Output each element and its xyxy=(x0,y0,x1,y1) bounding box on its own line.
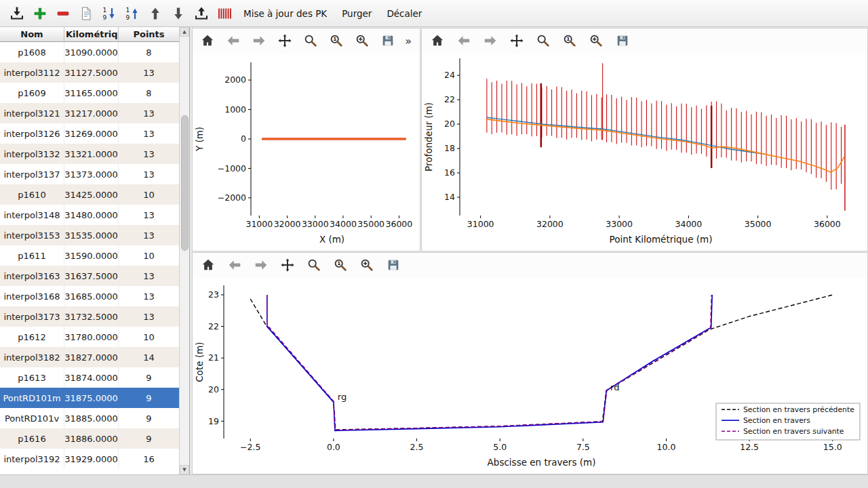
forward-button[interactable] xyxy=(251,32,268,49)
table-row[interactable]: PontRD101v31885.00009 xyxy=(0,408,180,428)
menu-decaler[interactable]: Décaler xyxy=(380,5,428,22)
pk-markers-button[interactable] xyxy=(214,3,235,24)
edit-button[interactable] xyxy=(76,3,96,24)
row-name: interpol3126 xyxy=(0,123,64,144)
table-row[interactable]: interpol311231127.500013 xyxy=(0,62,180,83)
table-row[interactable]: interpol313231321.000013 xyxy=(0,144,180,164)
row-points: 9 xyxy=(119,408,180,428)
table-row[interactable]: interpol312631269.000013 xyxy=(0,123,180,144)
plan-view-panel: 1» −2000−1000010002000310003200033000340… xyxy=(192,28,420,251)
row-points: 16 xyxy=(119,449,180,469)
zoom-one-button[interactable]: 1 xyxy=(328,32,345,49)
svg-text:5.0: 5.0 xyxy=(493,442,507,452)
zoom-plus-button[interactable] xyxy=(358,256,376,274)
back-button[interactable] xyxy=(225,32,242,49)
column-header-nom[interactable]: Nom xyxy=(0,27,64,41)
svg-text:1: 1 xyxy=(333,36,336,42)
svg-text:21: 21 xyxy=(208,352,219,363)
row-name: interpol3168 xyxy=(0,286,64,306)
table-row[interactable]: interpol317331732.500013 xyxy=(0,306,180,327)
sort-descending-button[interactable]: 19 xyxy=(122,3,142,24)
zoom-one-button[interactable]: 1 xyxy=(332,256,349,274)
vertical-scrollbar[interactable]: ▲ ▼ xyxy=(179,27,189,474)
row-pk: 31685.0000 xyxy=(64,286,119,306)
move-down-button[interactable] xyxy=(168,3,189,24)
zoom-plus-button[interactable] xyxy=(587,32,605,49)
back-button[interactable] xyxy=(455,32,473,49)
svg-text:Y (m): Y (m) xyxy=(194,127,205,152)
back-button[interactable] xyxy=(226,256,243,274)
zoom-button[interactable] xyxy=(534,32,552,49)
table-row[interactable]: p161331874.00009 xyxy=(0,367,180,388)
move-up-button[interactable] xyxy=(145,3,165,24)
table-row[interactable]: p161031425.000010 xyxy=(0,184,180,205)
table-row[interactable]: p161131590.000010 xyxy=(0,245,180,266)
table-row[interactable]: interpol312131217.000013 xyxy=(0,103,180,123)
svg-text:rd: rd xyxy=(610,382,619,392)
save-button[interactable] xyxy=(614,32,631,49)
table-row[interactable]: p161231780.000010 xyxy=(0,327,180,347)
export-button[interactable] xyxy=(191,3,212,24)
add-button[interactable] xyxy=(30,3,50,24)
table-row[interactable]: p160931165.00008 xyxy=(0,83,180,103)
svg-text:36000: 36000 xyxy=(386,219,413,229)
scroll-down-button[interactable]: ▼ xyxy=(180,465,189,474)
zoom-button[interactable] xyxy=(305,256,323,274)
toolbar-overflow-button[interactable]: » xyxy=(405,35,413,47)
svg-text:35000: 35000 xyxy=(745,219,772,229)
zoom-button[interactable] xyxy=(302,32,319,49)
svg-text:1: 1 xyxy=(566,36,570,42)
remove-button[interactable] xyxy=(53,3,73,24)
row-name: interpol3137 xyxy=(0,164,64,184)
table-row[interactable]: interpol319231929.000016 xyxy=(0,449,180,469)
row-pk: 31732.5000 xyxy=(64,306,119,327)
scroll-up-button[interactable]: ▲ xyxy=(180,27,189,37)
save-button[interactable] xyxy=(379,32,396,49)
home-button[interactable] xyxy=(429,32,446,49)
svg-text:32000: 32000 xyxy=(274,219,301,229)
zoom-one-button[interactable]: 1 xyxy=(561,32,578,49)
pan-button[interactable] xyxy=(277,32,294,49)
pan-button[interactable] xyxy=(508,32,526,49)
table-row[interactable]: interpol316331637.500013 xyxy=(0,266,180,286)
forward-button[interactable] xyxy=(252,256,270,274)
table-row[interactable]: interpol314831480.000013 xyxy=(0,205,180,225)
pan-button[interactable] xyxy=(279,256,296,274)
home-button[interactable] xyxy=(199,256,217,274)
column-header-pk[interactable]: t Kilométriqu xyxy=(64,27,119,41)
row-name: interpol3173 xyxy=(0,306,64,327)
svg-text:2.5: 2.5 xyxy=(410,442,424,452)
row-name: p1611 xyxy=(0,245,64,266)
table-row[interactable]: p161631886.00009 xyxy=(0,428,180,449)
long-profile-chart[interactable]: 1416182022243100032000330003400035000360… xyxy=(422,53,867,251)
table-row[interactable]: interpol313731373.000013 xyxy=(0,164,180,184)
svg-text:31000: 31000 xyxy=(245,219,273,229)
import-button[interactable] xyxy=(7,3,27,24)
home-button[interactable] xyxy=(199,32,216,49)
table-row[interactable]: PontRD101m31875.00009 xyxy=(0,388,180,408)
row-pk: 31885.0000 xyxy=(64,408,119,428)
zoom-plus-button[interactable] xyxy=(353,32,370,49)
menu-purger[interactable]: Purger xyxy=(336,5,378,22)
table-row[interactable]: interpol316831685.000013 xyxy=(0,286,180,306)
forward-button[interactable] xyxy=(481,32,499,49)
row-pk: 31217.0000 xyxy=(64,103,119,123)
column-header-points[interactable]: Points xyxy=(119,27,180,41)
row-pk: 31637.5000 xyxy=(64,266,119,286)
sort-ascending-button[interactable]: 19 xyxy=(99,3,119,24)
row-points: 9 xyxy=(119,388,180,408)
row-points: 13 xyxy=(119,306,180,327)
svg-text:−2.5: −2.5 xyxy=(240,442,260,452)
scrollbar-thumb[interactable] xyxy=(181,115,189,251)
table-row[interactable]: p160831090.00008 xyxy=(0,42,180,62)
save-button[interactable] xyxy=(384,256,402,274)
table-row[interactable]: interpol318231827.000014 xyxy=(0,347,180,367)
plan-chart[interactable]: −2000−1000010002000310003200033000340003… xyxy=(193,53,420,251)
svg-text:34000: 34000 xyxy=(330,219,357,229)
svg-text:14: 14 xyxy=(444,192,455,202)
cross-section-chart[interactable]: 1920212223−2.50.02.55.07.510.012.515.0Ab… xyxy=(193,277,867,474)
row-points: 9 xyxy=(119,428,180,449)
svg-text:Point Kilométrique (m): Point Kilométrique (m) xyxy=(610,234,713,245)
menu-update-pk[interactable]: Mise à jour des PK xyxy=(237,5,333,22)
table-row[interactable]: interpol315331535.000013 xyxy=(0,225,180,245)
